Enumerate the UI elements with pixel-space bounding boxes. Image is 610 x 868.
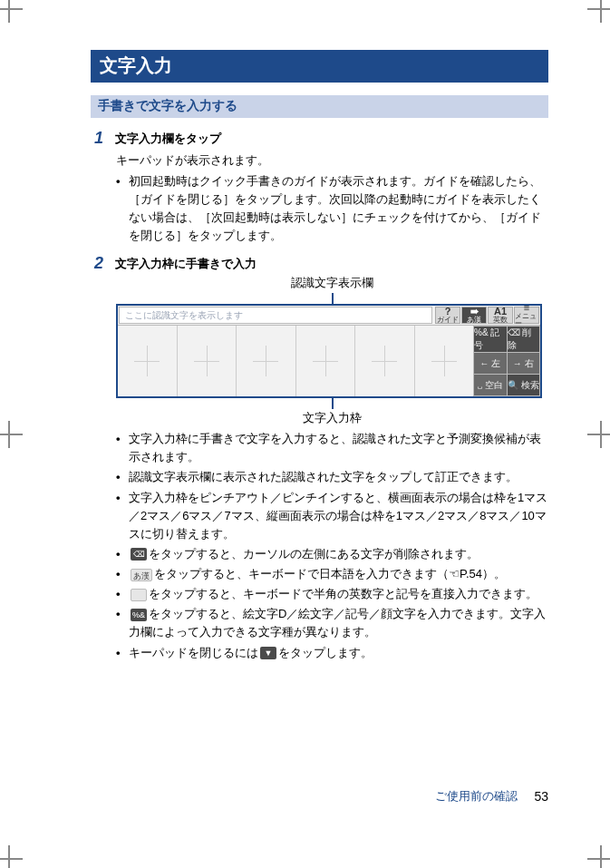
kana-key-icon: あ漢 [131,569,152,581]
callout-line [332,398,334,409]
step2-bullet-2: 認識文字表示欄に表示された認識された文字をタップして訂正できます。 [116,468,548,486]
symbol-key-icon: %& [131,609,147,621]
handwriting-cells[interactable] [118,326,473,396]
step2-bullet-7: %&をタップすると、絵文字D／絵文字／記号／顔文字を入力できます。文字入力欄によ… [116,605,548,641]
kana-mode-button[interactable]: ➠ あ漢 [461,307,487,324]
delete-key-icon: ⌫ [131,548,147,561]
fig-top-label: 認識文字表示欄 [116,275,548,291]
menu-button[interactable]: ≡ メニュー [514,307,539,324]
step2-bullet-8: キーパッドを閉じるには▼をタップします。 [116,644,548,662]
section-title: 文字入力 [91,50,548,83]
step-title: 文字入力枠に手書きで入力 [115,254,257,272]
step-number: 1 [94,129,108,148]
page-footer: ご使用前の確認 53 [435,788,548,805]
step-2: 2 文字入力枠に手書きで入力 認識文字表示欄 ここに認識文字を表示します ? ガ… [94,254,548,661]
step1-bullet-1: 初回起動時はクイック手書きのガイドが表示されます。ガイドを確認したら、［ガイドを… [116,172,548,246]
delete-key[interactable]: ⌫ 削除 [508,327,540,352]
callout-line [332,293,334,304]
footer-page-number: 53 [534,789,548,804]
crop-mark [0,845,23,868]
handwriting-panel: ここに認識文字を表示します ? ガイド ➠ あ漢 A1 英数 [116,304,542,398]
reference-icon: ☞ [449,565,460,583]
right-key[interactable]: → 右 [508,353,540,374]
step2-bullet-5: あ漢をタップすると、キーボードで日本語を入力できます（☞P.54）。 [116,565,548,583]
step2-bullet-3: 文字入力枠をピンチアウト／ピンチインすると、横画面表示の場合は枠を1マス／2マス… [116,489,548,543]
handwriting-figure: 認識文字表示欄 ここに認識文字を表示します ? ガイド ➠ あ漢 [116,275,548,426]
guide-button[interactable]: ? ガイド [435,307,460,324]
left-key[interactable]: ← 左 [474,353,507,374]
subsection-title: 手書きで文字を入力する [91,95,548,118]
footer-section: ご使用前の確認 [435,788,518,805]
step-title: 文字入力欄をタップ [115,129,221,147]
crop-mark [587,845,610,868]
recognition-field[interactable]: ここに認識文字を表示します [119,307,432,324]
alnum-mode-button[interactable]: A1 英数 [488,307,513,324]
alnum-key-icon [131,589,147,601]
step-intro: キーパッドが表示されます。 [116,151,548,170]
symbol-key[interactable]: %& 記号 [474,327,507,352]
crop-mark [0,0,23,23]
crop-mark [587,421,610,448]
page-reference: P.54 [460,567,482,580]
step2-bullet-6: をタップすると、キーボードで半角の英数字と記号を直接入力できます。 [116,585,548,603]
step-number: 2 [94,254,108,273]
fig-bottom-label: 文字入力枠 [116,410,548,426]
crop-mark [0,421,23,448]
crop-mark [587,0,610,23]
step2-bullet-4: ⌫をタップすると、カーソルの左側にある文字が削除されます。 [116,545,548,563]
step2-bullet-1: 文字入力枠に手書きで文字を入力すると、認識された文字と予測変換候補が表示されます… [116,430,548,466]
search-key[interactable]: 🔍 検索 [508,375,540,395]
step-1: 1 文字入力欄をタップ キーパッドが表示されます。 初回起動時はクイック手書きの… [94,129,548,245]
space-key[interactable]: ␣ 空白 [474,375,507,395]
close-keypad-icon: ▼ [260,647,276,659]
page-body: 文字入力 手書きで文字を入力する 1 文字入力欄をタップ キーパッドが表示されま… [91,50,548,805]
